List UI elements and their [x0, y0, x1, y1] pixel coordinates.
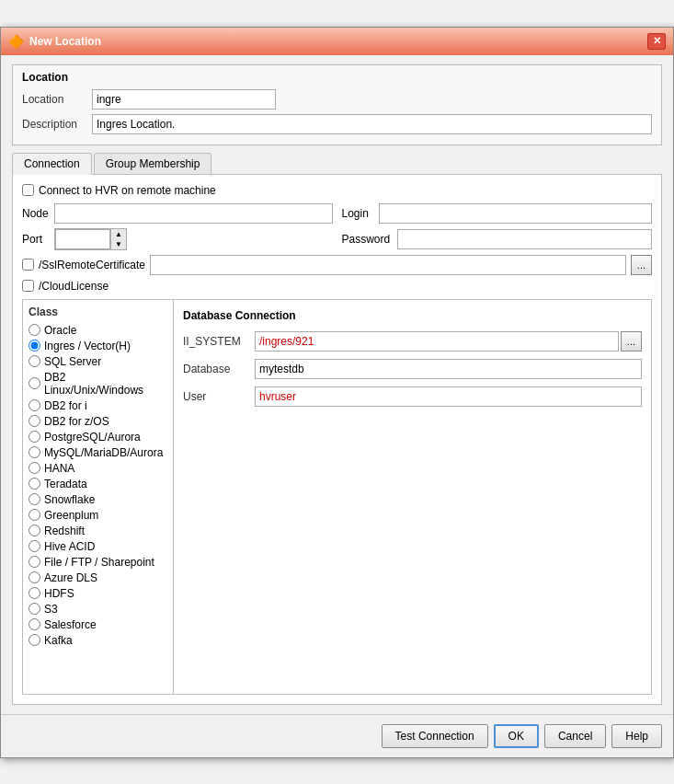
radio-azuredls-input[interactable]: [29, 571, 40, 583]
radio-db2z-input[interactable]: [29, 415, 40, 427]
radio-greenplum[interactable]: Greenplum: [29, 509, 167, 522]
login-group: Login: [342, 203, 653, 224]
user-input[interactable]: [255, 386, 642, 407]
ssl-browse-button[interactable]: ...: [631, 255, 652, 275]
radio-hana-input[interactable]: [29, 462, 40, 474]
ssl-label: /SslRemoteCertificate: [39, 259, 145, 271]
window-icon: 🔶: [8, 34, 24, 49]
radio-s3[interactable]: S3: [29, 603, 167, 616]
ii-system-label: II_SYSTEM: [183, 335, 247, 348]
radio-salesforce[interactable]: Salesforce: [29, 618, 167, 631]
radio-db2linux-label: DB2 Linux/Unix/Windows: [44, 371, 167, 397]
port-spinner-wrapper: ▲ ▼: [54, 228, 127, 250]
radio-fileftp-label: File / FTP / Sharepoint: [44, 556, 154, 569]
description-input[interactable]: [92, 114, 652, 134]
radio-mysql[interactable]: MySQL/MariaDB/Aurora: [29, 446, 167, 459]
radio-mysql-input[interactable]: [29, 446, 40, 458]
location-input[interactable]: [92, 89, 276, 110]
ii-system-row: II_SYSTEM ...: [183, 331, 642, 352]
radio-hdfs-label: HDFS: [44, 587, 74, 600]
radio-redshift-input[interactable]: [29, 525, 40, 536]
radio-db2z[interactable]: DB2 for z/OS: [29, 415, 167, 428]
ii-system-field-group: ...: [255, 331, 642, 352]
user-label: User: [183, 390, 247, 403]
radio-salesforce-input[interactable]: [29, 618, 40, 630]
radio-teradata-label: Teradata: [44, 478, 87, 490]
radio-hana-label: HANA: [44, 462, 74, 475]
tab-group-membership[interactable]: Group Membership: [94, 153, 212, 174]
connect-remote-checkbox[interactable]: [22, 184, 34, 196]
radio-redshift[interactable]: Redshift: [29, 525, 167, 537]
radio-kafka-label: Kafka: [44, 634, 73, 647]
ssl-checkbox[interactable]: [22, 259, 34, 271]
ii-system-browse-button[interactable]: ...: [621, 331, 642, 352]
radio-hive-input[interactable]: [29, 540, 40, 552]
radio-hdfs-input[interactable]: [29, 587, 40, 599]
radio-db2i-label: DB2 for i: [44, 399, 87, 412]
location-section: Location Location Description: [12, 64, 662, 145]
radio-snowflake-label: Snowflake: [44, 493, 95, 506]
cloud-checkbox[interactable]: [22, 280, 34, 292]
radio-oracle-input[interactable]: [29, 324, 40, 336]
cancel-button[interactable]: Cancel: [544, 724, 606, 748]
radio-db2linux[interactable]: DB2 Linux/Unix/Windows: [29, 371, 167, 397]
radio-postgres-input[interactable]: [29, 431, 40, 443]
radio-postgres-label: PostgreSQL/Aurora: [44, 431, 141, 444]
radio-snowflake-input[interactable]: [29, 493, 40, 505]
db-panel: Database Connection II_SYSTEM ... Databa…: [174, 299, 652, 695]
radio-azuredls-label: Azure DLS: [44, 571, 97, 584]
radio-db2i[interactable]: DB2 for i: [29, 399, 167, 412]
radio-sqlserver-input[interactable]: [29, 355, 40, 367]
ii-system-input[interactable]: [255, 331, 619, 352]
node-label: Node: [22, 207, 50, 220]
tabs-container: Connection Group Membership: [12, 153, 662, 175]
port-up-button[interactable]: ▲: [111, 229, 126, 239]
tab-connection[interactable]: Connection: [12, 153, 92, 175]
login-input[interactable]: [379, 203, 653, 224]
radio-db2i-input[interactable]: [29, 399, 40, 411]
radio-ingres[interactable]: Ingres / Vector(H): [29, 340, 167, 352]
port-input[interactable]: [55, 229, 110, 249]
radio-hdfs[interactable]: HDFS: [29, 587, 167, 600]
test-connection-button[interactable]: Test Connection: [382, 724, 488, 748]
node-input[interactable]: [54, 203, 333, 224]
connect-remote-row: Connect to HVR on remote machine: [22, 184, 652, 197]
close-button[interactable]: ✕: [647, 33, 666, 50]
radio-ingres-input[interactable]: [29, 340, 40, 352]
radio-postgres[interactable]: PostgreSQL/Aurora: [29, 431, 167, 444]
ok-button[interactable]: OK: [494, 724, 539, 748]
ssl-input[interactable]: [150, 255, 626, 275]
description-label: Description: [22, 118, 86, 131]
radio-greenplum-input[interactable]: [29, 509, 40, 521]
node-login-row: Node Login: [22, 203, 652, 224]
footer: Test Connection OK Cancel Help: [1, 714, 673, 757]
radio-teradata-input[interactable]: [29, 478, 40, 490]
port-down-button[interactable]: ▼: [111, 239, 126, 249]
radio-s3-label: S3: [44, 603, 58, 616]
radio-hana[interactable]: HANA: [29, 462, 167, 475]
radio-oracle-label: Oracle: [44, 324, 76, 337]
radio-fileftp-input[interactable]: [29, 556, 40, 568]
radio-sqlserver[interactable]: SQL Server: [29, 355, 167, 368]
node-group: Node: [22, 203, 333, 224]
radio-teradata[interactable]: Teradata: [29, 478, 167, 490]
main-window: 🔶 New Location ✕ Location Location Descr…: [0, 27, 674, 758]
radio-hive[interactable]: Hive ACID: [29, 540, 167, 553]
radio-kafka-input[interactable]: [29, 634, 40, 646]
radio-oracle[interactable]: Oracle: [29, 324, 167, 337]
radio-s3-input[interactable]: [29, 603, 40, 615]
title-bar: 🔶 New Location ✕: [1, 28, 673, 55]
cloud-label: /CloudLicense: [39, 280, 109, 293]
radio-snowflake[interactable]: Snowflake: [29, 493, 167, 506]
help-button[interactable]: Help: [611, 724, 662, 748]
password-input[interactable]: [397, 229, 653, 249]
password-group: Password: [342, 228, 653, 250]
radio-azuredls[interactable]: Azure DLS: [29, 571, 167, 584]
radio-fileftp[interactable]: File / FTP / Sharepoint: [29, 556, 167, 569]
ssl-row: /SslRemoteCertificate ...: [22, 255, 652, 275]
database-input[interactable]: [255, 359, 642, 379]
radio-kafka[interactable]: Kafka: [29, 634, 167, 647]
radio-db2linux-input[interactable]: [29, 377, 40, 389]
database-label: Database: [183, 363, 247, 375]
radio-db2z-label: DB2 for z/OS: [44, 415, 109, 428]
